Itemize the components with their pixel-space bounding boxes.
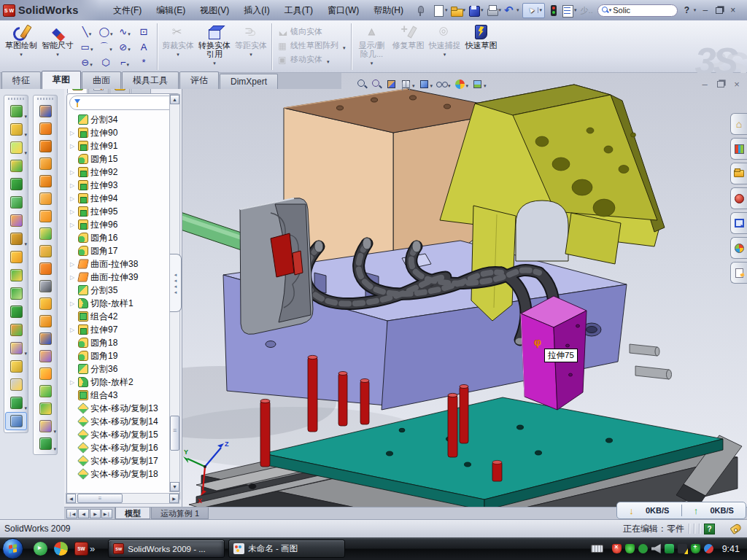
left-toolbar-a-item-14[interactable] — [5, 339, 27, 357]
dropdown-arrow-icon[interactable] — [128, 26, 131, 39]
menu-item-6[interactable]: 窗口(W) — [321, 1, 365, 20]
arc-icon[interactable]: ⌒ — [96, 39, 115, 55]
print-dropdown-icon[interactable] — [499, 7, 502, 13]
select-region-icon[interactable]: ⊡ — [134, 24, 153, 39]
update-badge-icon[interactable] — [638, 544, 648, 553]
menu-item-1[interactable]: 文件(F) — [107, 1, 148, 20]
tree-item-15[interactable]: 切除-放样1 — [69, 297, 179, 310]
save-button[interactable] — [467, 4, 481, 18]
tree-item-4[interactable]: 圆角15 — [69, 152, 179, 166]
point-icon[interactable]: * — [134, 55, 153, 70]
display-style-icon[interactable] — [418, 77, 434, 91]
polygon-icon[interactable]: ⬡ — [96, 55, 115, 70]
expand-arrow-icon[interactable] — [69, 261, 76, 268]
guide-pins-gray[interactable] — [630, 344, 672, 379]
tree-item-1[interactable]: 分割34 — [69, 113, 179, 126]
toolbar-button-mirror[interactable]: 镜向实体 — [276, 25, 347, 39]
dropdown-arrow-icon[interactable] — [53, 440, 56, 454]
menu-item-7[interactable]: 帮助(H) — [367, 1, 410, 20]
left-toolbar-b-item-20[interactable] — [34, 435, 56, 452]
quick-tips-icon[interactable]: ? — [704, 524, 715, 534]
rectangle-icon[interactable]: ▭ — [77, 39, 96, 55]
smart-dimension-button[interactable]: 智能尺寸 — [39, 22, 76, 71]
left-toolbar-b-item-4[interactable] — [34, 155, 56, 172]
expand-arrow-icon[interactable] — [69, 209, 76, 215]
command-tab-1[interactable]: 特征 — [1, 71, 41, 89]
tree-item-18[interactable]: 圆角18 — [69, 336, 179, 349]
dropdown-arrow-icon[interactable] — [24, 126, 27, 139]
left-toolbar-a-item-15[interactable] — [5, 357, 27, 376]
tree-item-14[interactable]: 分割35 — [69, 284, 179, 297]
tree-item-26[interactable]: 实体-移动/复制16 — [69, 441, 179, 454]
close-button[interactable]: × — [727, 5, 739, 16]
left-toolbar-a-item-17[interactable] — [5, 394, 27, 412]
select-dropdown-icon[interactable] — [538, 7, 543, 13]
tree-item-23[interactable]: 实体-移动/复制13 — [69, 402, 179, 415]
command-tab-3[interactable]: 曲面 — [82, 71, 121, 89]
ellipse-icon[interactable]: ⊘ — [115, 39, 134, 55]
search-dropdown-icon[interactable] — [609, 7, 612, 13]
toolbar-button-move[interactable]: 移动实体 — [276, 52, 347, 66]
left-toolbar-b-item-8[interactable] — [34, 225, 56, 242]
scroll-left-icon[interactable]: ◀ — [66, 494, 76, 503]
dropdown-arrow-icon[interactable] — [327, 53, 330, 66]
solidworks-quick-launch[interactable] — [74, 542, 88, 556]
pin-icon[interactable] — [413, 4, 427, 18]
quick-launch-2[interactable] — [54, 542, 68, 556]
tree-item-16[interactable]: 组合42 — [69, 310, 179, 323]
save-dropdown-icon[interactable] — [481, 7, 484, 13]
help-button[interactable] — [680, 4, 694, 18]
dropdown-arrow-icon[interactable] — [20, 50, 23, 55]
dropdown-arrow-icon[interactable] — [177, 50, 179, 55]
left-toolbar-a-item-8[interactable] — [5, 230, 27, 248]
dropdown-arrow-icon[interactable] — [110, 26, 113, 39]
expand-arrow-icon[interactable] — [69, 182, 76, 189]
view-palette-tab[interactable] — [730, 212, 747, 234]
tree-item-6[interactable]: 拉伸93 — [69, 179, 179, 192]
tree-item-21[interactable]: 切除-放样2 — [69, 376, 179, 389]
left-toolbar-a-item-1[interactable] — [5, 102, 27, 120]
volume-icon[interactable] — [651, 544, 661, 553]
tree-filter-box[interactable] — [69, 96, 177, 110]
toolbar-button-relations[interactable]: 显示/删除几... — [354, 22, 390, 71]
help-dropdown-icon[interactable] — [694, 7, 697, 13]
dropdown-arrow-icon[interactable] — [24, 236, 27, 249]
expand-arrow-icon[interactable] — [69, 300, 76, 307]
tree-item-22[interactable]: 组合43 — [69, 389, 179, 402]
prev-tab-button[interactable] — [78, 509, 89, 518]
horizontal-scroll-thumb[interactable]: ≡ — [77, 494, 123, 503]
sketch-fillet-icon[interactable]: ⌐ — [115, 55, 134, 70]
dropdown-arrow-icon[interactable] — [371, 58, 374, 64]
expand-arrow-icon[interactable] — [69, 274, 76, 281]
protection-shield-icon[interactable] — [625, 544, 635, 553]
gray-sectioned-part[interactable] — [240, 198, 313, 335]
edit-appearance-icon[interactable] — [454, 77, 470, 91]
sync-ball-icon[interactable] — [704, 544, 713, 553]
tree-item-9[interactable]: 拉伸96 — [69, 218, 179, 231]
expand-arrow-icon[interactable] — [69, 169, 76, 176]
minimize-button[interactable]: – — [699, 5, 711, 16]
left-toolbar-a-item-13[interactable] — [5, 321, 27, 339]
rebuild-light-icon[interactable] — [546, 4, 560, 18]
start-button[interactable] — [2, 538, 23, 559]
dropdown-arrow-icon[interactable] — [444, 50, 446, 55]
left-toolbar-b-item-11[interactable] — [34, 277, 56, 295]
taskbar-task-2[interactable]: 未命名 - 画图 — [228, 540, 345, 558]
tree-item-20[interactable]: 分割36 — [69, 362, 179, 376]
menu-item-3[interactable]: 视图(V) — [193, 1, 236, 20]
dropdown-arrow-icon[interactable] — [127, 56, 130, 69]
toolbox-tab[interactable] — [730, 187, 747, 209]
last-tab-button[interactable] — [101, 509, 112, 518]
spline-icon[interactable]: ∿ — [115, 24, 134, 39]
toolbar-button-convert[interactable]: 转换实体引用 — [196, 22, 233, 71]
dropdown-arrow-icon[interactable] — [24, 345, 27, 358]
model-tab-2[interactable]: 运动算例 1 — [151, 508, 209, 519]
dropdown-arrow-icon[interactable] — [24, 400, 27, 413]
left-toolbar-b-item-10[interactable] — [34, 260, 56, 277]
line-icon[interactable]: ╲ — [77, 24, 96, 39]
left-toolbar-a-item-11[interactable] — [5, 284, 27, 303]
menu-item-4[interactable]: 插入(I) — [237, 1, 276, 20]
dropdown-arrow-icon[interactable] — [89, 26, 92, 39]
scroll-down-icon[interactable]: ▼ — [170, 482, 179, 491]
expand-arrow-icon[interactable] — [69, 143, 76, 149]
